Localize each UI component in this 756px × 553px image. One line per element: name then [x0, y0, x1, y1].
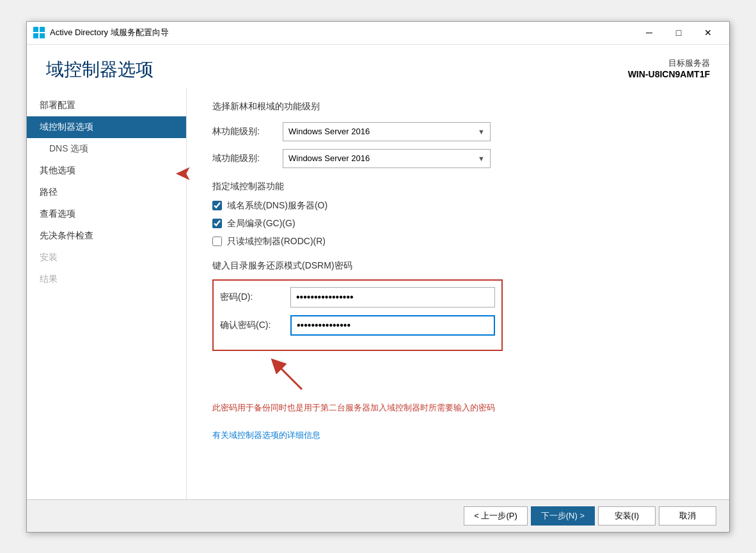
forest-level-row: 林功能级别: Windows Server 2016 ▼ [212, 122, 704, 141]
forest-label: 林功能级别: [212, 126, 283, 137]
sidebar-item-review[interactable]: 查看选项 [27, 203, 186, 225]
window-title: Active Directory 域服务配置向导 [50, 27, 634, 38]
confirm-input[interactable] [290, 315, 495, 336]
checkbox-rodc-row: 只读域控制器(RODC)(R) [212, 236, 704, 247]
domain-value: Windows Server 2016 [288, 153, 370, 163]
svg-rect-3 [40, 33, 45, 38]
sidebar-item-other[interactable]: 其他选项 [27, 160, 186, 182]
annotation-text: 此密码用于备份同时也是用于第二台服务器加入域控制器时所需要输入的密码 [212, 402, 704, 414]
target-server-label: 目标服务器 [628, 58, 710, 69]
sidebar-item-deployment-label: 部署配置 [40, 100, 75, 110]
help-link[interactable]: 有关域控制器选项的详细信息 [212, 430, 704, 441]
forest-value: Windows Server 2016 [288, 127, 370, 136]
svg-rect-1 [40, 27, 45, 32]
dc-functions-label: 指定域控制器功能 [212, 181, 704, 192]
sidebar-item-deployment[interactable]: 部署配置 [27, 95, 186, 116]
password-label: 密码(D): [220, 292, 290, 303]
sidebar-item-dns-label: DNS 选项 [49, 143, 88, 153]
confirm-label: 确认密码(C): [220, 320, 290, 331]
window-controls: ─ □ ✕ [634, 23, 723, 42]
main-window: Active Directory 域服务配置向导 ─ □ ✕ 域控制器选项 目标… [26, 21, 730, 533]
install-button[interactable]: 安装(I) [598, 506, 656, 526]
app-icon [33, 27, 45, 38]
svg-rect-2 [33, 33, 38, 38]
body-section: 域控制器选项 目标服务器 WIN-U8ICN9AMT1F 部署配置 域控制器选项… [27, 45, 729, 499]
cancel-button[interactable]: 取消 [659, 506, 716, 526]
svg-line-4 [276, 364, 302, 389]
red-arrow-svg [257, 354, 308, 393]
checkbox-gc-row: 全局编录(GC)(G) [212, 218, 704, 230]
target-server-info: 目标服务器 WIN-U8ICN9AMT1F [628, 58, 710, 79]
sidebar-item-prereq[interactable]: 先决条件检查 [27, 225, 186, 247]
password-row: 密码(D): [220, 287, 495, 308]
sidebar-item-dc-options-label: 域控制器选项 [40, 121, 93, 132]
arrow-area [212, 354, 704, 393]
title-bar: Active Directory 域服务配置向导 ─ □ ✕ [27, 22, 729, 45]
confirm-row: 确认密码(C): [220, 315, 495, 336]
sidebar-item-paths[interactable]: 路径 [27, 182, 186, 203]
domain-label: 域功能级别: [212, 153, 283, 164]
page-title: 域控制器选项 [46, 58, 154, 82]
sidebar-item-paths-label: 路径 [40, 187, 58, 197]
sidebar-item-result-label: 结果 [40, 274, 58, 284]
checkbox-dns-row: 域名系统(DNS)服务器(O) [212, 200, 704, 212]
close-button[interactable]: ✕ [693, 23, 723, 42]
sidebar-item-result: 结果 [27, 269, 186, 290]
checkbox-gc-label[interactable]: 全局编录(GC)(G) [227, 218, 295, 230]
password-section-title: 键入目录服务还原模式(DSRM)密码 [212, 260, 704, 272]
domain-dropdown-arrow: ▼ [478, 155, 485, 162]
password-input[interactable] [290, 287, 495, 308]
sidebar-item-dns[interactable]: DNS 选项 [27, 138, 186, 160]
checkbox-rodc[interactable] [212, 237, 222, 246]
sidebar-item-install: 安装 [27, 247, 186, 269]
forest-dropdown[interactable]: Windows Server 2016 ▼ [283, 122, 491, 141]
sidebar: 部署配置 域控制器选项 DNS 选项 其他选项 路径 查看选项 [27, 88, 187, 499]
checkbox-rodc-label[interactable]: 只读域控制器(RODC)(R) [227, 236, 326, 247]
password-highlight-box: 密码(D): 确认密码(C): [212, 279, 503, 351]
main-layout: 部署配置 域控制器选项 DNS 选项 其他选项 路径 查看选项 [27, 88, 729, 499]
select-level-label: 选择新林和根域的功能级别 [212, 101, 704, 113]
checkbox-gc[interactable] [212, 219, 222, 228]
arrow-wrapper [257, 354, 704, 393]
back-button[interactable]: < 上一步(P) [464, 506, 528, 526]
minimize-button[interactable]: ─ [634, 23, 664, 42]
checkbox-dns[interactable] [212, 201, 222, 210]
target-server-name: WIN-U8ICN9AMT1F [628, 69, 710, 79]
sidebar-item-review-label: 查看选项 [40, 208, 75, 219]
checkbox-dns-label[interactable]: 域名系统(DNS)服务器(O) [227, 200, 327, 212]
main-content: 选择新林和根域的功能级别 林功能级别: Windows Server 2016 … [187, 88, 729, 499]
sidebar-item-prereq-label: 先决条件检查 [40, 230, 93, 240]
domain-dropdown[interactable]: Windows Server 2016 ▼ [283, 149, 491, 168]
next-button[interactable]: 下一步(N) > [531, 506, 595, 526]
sidebar-item-install-label: 安装 [40, 252, 58, 262]
svg-rect-0 [33, 27, 38, 32]
sidebar-item-dc-options[interactable]: 域控制器选项 [27, 116, 186, 138]
footer: < 上一步(P) 下一步(N) > 安装(I) 取消 [27, 499, 729, 532]
header-row: 域控制器选项 目标服务器 WIN-U8ICN9AMT1F [27, 45, 729, 88]
domain-level-row: 域功能级别: Windows Server 2016 ▼ [212, 149, 704, 168]
sidebar-item-other-label: 其他选项 [40, 165, 75, 175]
maximize-button[interactable]: □ [664, 23, 693, 42]
forest-dropdown-arrow: ▼ [478, 128, 485, 136]
